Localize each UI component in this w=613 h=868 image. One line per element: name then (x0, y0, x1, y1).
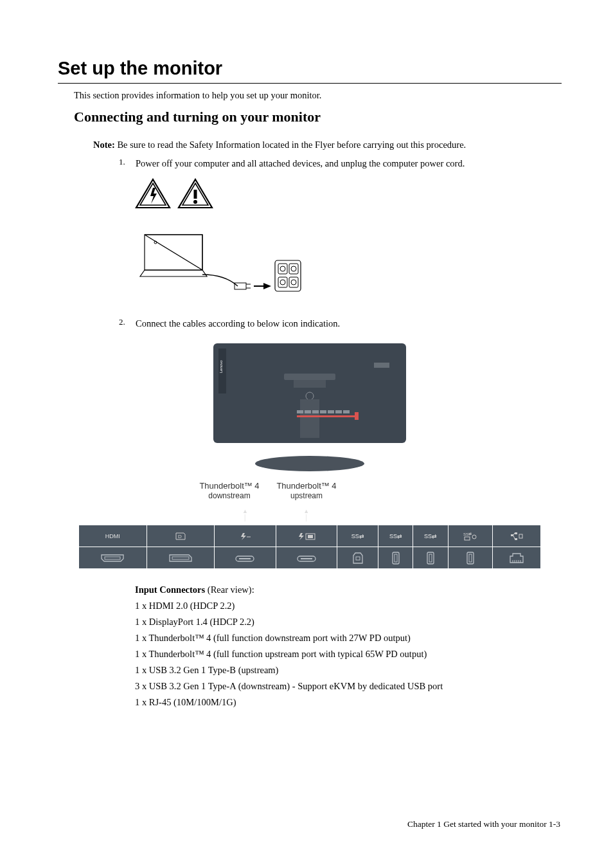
connector-item: 1 x DisplayPort 1.4 (HDCP 2.2) (135, 617, 562, 628)
svg-rect-30 (355, 412, 359, 420)
tb-down-line2: downstream (208, 491, 250, 500)
svg-point-19 (280, 280, 285, 285)
rj45-label-cell (493, 525, 541, 547)
thunderbolt-labels: Thunderbolt™ 4 downstream Thunderbolt™ 4… (58, 481, 562, 500)
tb-down-line1: Thunderbolt™ 4 (199, 481, 259, 491)
svg-rect-25 (284, 374, 335, 380)
usbc-port-icon (276, 547, 337, 569)
svg-line-50 (513, 533, 515, 535)
usb-a-port-icon (448, 547, 493, 569)
svg-rect-26 (294, 380, 326, 388)
svg-rect-36 (335, 410, 342, 413)
svg-rect-61 (395, 554, 397, 562)
svg-text:D: D (178, 534, 182, 539)
svg-rect-59 (356, 557, 360, 560)
svg-rect-38 (374, 363, 389, 368)
title-rule (58, 83, 562, 84)
svg-rect-49 (515, 538, 517, 540)
step-2-number: 2. (119, 317, 128, 327)
electric-shock-warning-icon (135, 178, 171, 209)
svg-rect-43 (308, 535, 313, 538)
usb-a-label-cell: SS⇄ (378, 525, 413, 547)
usbc-port-icon (215, 547, 276, 569)
connector-item: 1 x Thunderbolt™ 4 (full function upstre… (135, 649, 562, 660)
port-icon-row (79, 547, 541, 569)
svg-marker-12 (263, 283, 271, 289)
note-paragraph: Note: Be sure to read the Safety Informa… (93, 140, 562, 150)
connectors-title: Input Connectors (135, 584, 205, 595)
svg-rect-58 (301, 558, 312, 559)
svg-rect-63 (429, 554, 432, 562)
input-connectors: Input Connectors (Rear view): 1 x HDMI 2… (135, 584, 562, 708)
usb-b-label-cell: SS⇄ (337, 525, 378, 547)
connector-item: 1 x HDMI 2.0 (HDCP 2.2) (135, 601, 562, 611)
page-footer: Chapter 1 Get started with your monitor … (407, 819, 560, 829)
monitor-rear-figure: Lenovo (200, 338, 419, 473)
svg-rect-56 (239, 558, 251, 559)
rj45-port-icon (493, 547, 541, 569)
usb-b-port-icon (337, 547, 378, 569)
svg-text:SS⇄: SS⇄ (463, 532, 472, 536)
step-1-text: Power off your computer and all attached… (136, 158, 465, 169)
arrow-down-icon: ▲│ (276, 503, 337, 525)
step-2-text: Connect the cables according to below ic… (136, 318, 340, 329)
tb-up-line2: upstream (290, 491, 323, 500)
step-1: 1. Power off your computer and all attac… (119, 158, 562, 169)
arrow-row: ▲│ ▲│ (79, 503, 541, 525)
svg-point-46 (472, 535, 476, 539)
note-label: Note: (93, 140, 115, 150)
usb-a-label-cell: SS⇄ (413, 525, 448, 547)
svg-rect-48 (515, 532, 517, 534)
svg-point-15 (280, 266, 285, 271)
svg-rect-33 (312, 410, 319, 413)
svg-rect-31 (297, 410, 303, 413)
connectors-suffix: (Rear view): (205, 584, 254, 595)
svg-rect-8 (235, 283, 246, 289)
connectors-heading: Input Connectors (Rear view): (135, 584, 562, 595)
svg-rect-28 (300, 399, 319, 438)
tb-up-line1: Thunderbolt™ 4 (276, 481, 336, 491)
connector-item: 1 x Thunderbolt™ 4 (full function downst… (135, 633, 562, 644)
tb-up-label-cell (276, 525, 337, 547)
displayport-port-icon (147, 547, 215, 569)
svg-rect-29 (297, 415, 358, 417)
svg-rect-47 (511, 534, 513, 536)
svg-rect-20 (289, 277, 298, 287)
svg-rect-13 (275, 260, 301, 291)
power-off-diagram (135, 228, 302, 305)
tb-down-label-cell (215, 525, 276, 547)
hdmi-port-icon (79, 547, 147, 569)
svg-line-51 (513, 536, 515, 539)
displayport-label-cell: D (147, 525, 215, 547)
svg-rect-54 (172, 557, 189, 559)
svg-rect-45 (465, 537, 470, 540)
svg-rect-37 (343, 410, 350, 413)
svg-point-21 (291, 280, 296, 285)
svg-point-5 (193, 200, 197, 204)
connector-item: 1 x USB 3.2 Gen 1 Type-B (upstream) (135, 665, 562, 676)
general-warning-icon (177, 178, 213, 209)
hdmi-label-cell: HDMI (79, 525, 147, 547)
arrow-down-icon: ▲│ (215, 503, 276, 525)
svg-rect-18 (278, 277, 287, 287)
section-heading: Connecting and turning on your monitor (74, 109, 562, 125)
svg-rect-14 (278, 264, 287, 274)
svg-rect-4 (194, 190, 197, 199)
usb-a-port-icon (413, 547, 448, 569)
port-table: ▲│ ▲│ HDMI D SS⇄ SS⇄ SS⇄ SS⇄ (78, 503, 541, 569)
svg-text:Lenovo: Lenovo (219, 360, 223, 373)
page-title: Set up the monitor (58, 58, 562, 79)
svg-point-17 (291, 266, 296, 271)
svg-rect-35 (328, 410, 334, 413)
svg-point-39 (255, 456, 364, 471)
svg-rect-32 (305, 410, 311, 413)
connector-item: 1 x RJ-45 (10M/100M/1G) (135, 697, 562, 708)
tb-upstream-label: Thunderbolt™ 4 upstream (265, 481, 348, 500)
tb-downstream-label: Thunderbolt™ 4 downstream (188, 481, 271, 500)
intro-text: This section provides information to hel… (74, 90, 562, 101)
step-1-number: 1. (119, 157, 128, 167)
svg-rect-65 (469, 554, 472, 562)
svg-rect-34 (320, 410, 326, 413)
usb-a-port-icon (378, 547, 413, 569)
step-2: 2. Connect the cables according to below… (119, 318, 562, 329)
